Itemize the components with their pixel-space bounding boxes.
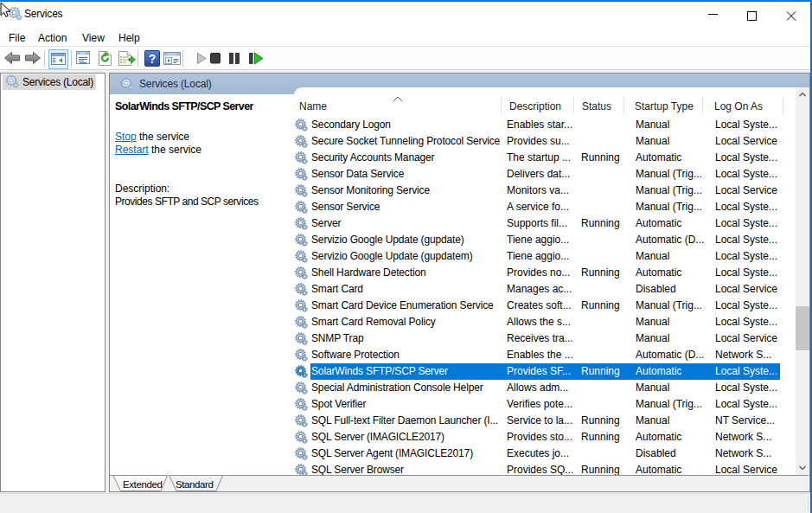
svg-text:Extended: Extended <box>123 479 162 490</box>
svg-text:Standard: Standard <box>176 479 213 490</box>
svg-text:?: ? <box>149 52 157 66</box>
